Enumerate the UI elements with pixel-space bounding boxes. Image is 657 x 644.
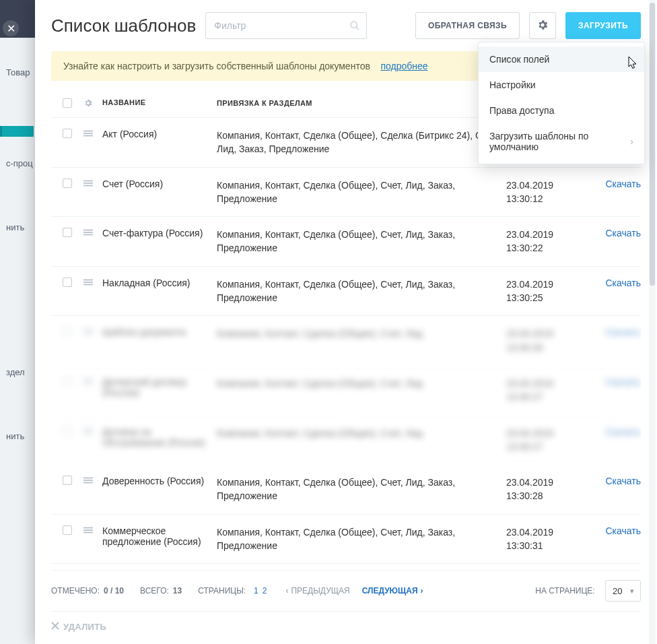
- drag-handle[interactable]: [83, 426, 102, 438]
- bg-side-item: [0, 126, 34, 137]
- bg-side-item: [0, 281, 34, 292]
- th-bind[interactable]: ПРИВЯЗКА К РАЗДЕЛАМ: [217, 98, 506, 109]
- chevron-right-icon: ›: [630, 136, 633, 147]
- drag-handle[interactable]: [83, 327, 102, 338]
- svg-rect-2: [83, 131, 93, 132]
- delete-bar: УДАЛИТЬ: [51, 611, 641, 632]
- filter-wrap: [205, 12, 367, 39]
- page-link[interactable]: 1: [254, 586, 258, 595]
- drag-icon: [83, 129, 93, 140]
- total-segment: ВСЕГО: 13: [140, 586, 182, 595]
- chevron-right-icon: ›: [421, 586, 423, 595]
- pager: ‹ ПРЕДЫДУЩАЯ СЛЕДУЮЩАЯ ›: [285, 586, 423, 595]
- dropdown-item-label: Загрузить шаблоны по умолчанию: [489, 131, 630, 152]
- gear-icon[interactable]: [83, 98, 93, 109]
- settings-dropdown: Список полейНастройкиПрава доступаЗагруз…: [478, 42, 645, 164]
- scrollbar-thumb[interactable]: [650, 3, 655, 286]
- drag-handle[interactable]: [83, 228, 102, 239]
- table-row: Доверенность (Россия)Компания, Контакт, …: [51, 465, 641, 515]
- drag-handle[interactable]: [83, 179, 102, 190]
- svg-rect-5: [83, 180, 93, 181]
- row-date: 23.04.201913:30:31: [506, 525, 587, 553]
- drag-icon: [83, 525, 93, 537]
- scrollbar[interactable]: [649, 0, 656, 644]
- drag-icon: [83, 377, 93, 388]
- row-checkbox[interactable]: [63, 179, 72, 188]
- row-date: 23.04.201913:30:26: [506, 327, 587, 354]
- row-name: Шаблон документа: [102, 327, 217, 337]
- drag-handle[interactable]: [83, 129, 102, 140]
- upload-button[interactable]: ЗАГРУЗИТЬ: [565, 12, 641, 39]
- drag-handle[interactable]: [83, 278, 102, 289]
- svg-rect-12: [83, 282, 93, 283]
- svg-rect-16: [83, 333, 93, 335]
- row-checkbox[interactable]: [63, 377, 72, 386]
- bg-side-item: [0, 254, 34, 265]
- download-link[interactable]: Скачать: [606, 525, 642, 536]
- delete-button[interactable]: УДАЛИТЬ: [51, 622, 106, 632]
- row-checkbox[interactable]: [63, 228, 72, 237]
- perpage-select[interactable]: 20: [605, 580, 641, 602]
- dropdown-item[interactable]: Права доступа: [479, 98, 644, 123]
- svg-rect-11: [83, 279, 93, 280]
- row-checkbox[interactable]: [63, 476, 72, 485]
- dropdown-item[interactable]: Загрузить шаблоны по умолчанию›: [479, 123, 644, 160]
- feedback-button[interactable]: ОБРАТНАЯ СВЯЗЬ: [415, 12, 520, 39]
- table-row: Шаблон документаКомпания, Контакт, Сделк…: [51, 316, 641, 366]
- download-link[interactable]: Скачать: [606, 228, 642, 238]
- svg-rect-3: [83, 133, 93, 134]
- drag-handle[interactable]: [83, 377, 102, 388]
- row-checkbox[interactable]: [63, 129, 72, 138]
- dropdown-item-label: Настройки: [489, 79, 536, 90]
- row-checkbox[interactable]: [63, 525, 72, 535]
- next-page[interactable]: СЛЕДУЮЩАЯ ›: [362, 586, 423, 595]
- svg-rect-20: [83, 428, 93, 429]
- row-bind: Компания, Контакт, Сделка (Общее), Счет,…: [217, 278, 506, 305]
- download-link[interactable]: Скачать: [606, 278, 642, 288]
- search-icon: [349, 20, 360, 31]
- bg-side-item: здел: [0, 362, 34, 383]
- drag-icon: [83, 476, 93, 487]
- dropdown-item[interactable]: Список полей: [479, 46, 644, 72]
- prev-page[interactable]: ‹ ПРЕДЫДУЩАЯ: [285, 586, 349, 595]
- settings-gear-button[interactable]: [529, 12, 556, 39]
- bg-side-item: [0, 308, 34, 319]
- download-link[interactable]: Скачать: [606, 377, 642, 387]
- row-date: 23.04.201913:30:22: [506, 228, 587, 255]
- filter-input[interactable]: [205, 12, 367, 39]
- row-name: Акт (Россия): [102, 129, 217, 139]
- row-checkbox[interactable]: [63, 278, 72, 287]
- templates-panel: Список шаблонов ОБРАТНАЯ СВЯЗЬ ЗАГРУЗИТЬ…: [35, 0, 657, 644]
- svg-rect-9: [83, 232, 93, 233]
- bg-side-item: [0, 399, 34, 410]
- row-checkbox[interactable]: [63, 426, 72, 436]
- table-row: Счет-фактура (Россия)Компания, Контакт, …: [51, 217, 641, 267]
- drag-handle[interactable]: [83, 525, 102, 537]
- drag-icon: [83, 179, 93, 190]
- svg-rect-17: [83, 379, 93, 380]
- row-name: Коммерческое предложение (Россия): [102, 525, 217, 547]
- page-link[interactable]: 2: [263, 586, 267, 595]
- row-name: Дилерский договор (Россия): [102, 377, 217, 398]
- download-link[interactable]: Скачать: [606, 327, 642, 337]
- svg-rect-25: [83, 482, 93, 484]
- svg-point-0: [351, 22, 357, 28]
- marked-label: ОТМЕЧЕНО:: [51, 586, 100, 595]
- svg-rect-18: [83, 381, 93, 382]
- download-link[interactable]: Скачать: [606, 179, 642, 189]
- table-row: Договор на обслуживание (Россия)Компания…: [51, 416, 641, 465]
- drag-handle[interactable]: [83, 476, 102, 487]
- bg-side-item: нить: [0, 426, 34, 447]
- download-link[interactable]: Скачать: [606, 476, 642, 486]
- dropdown-item[interactable]: Настройки: [479, 72, 644, 98]
- banner-link[interactable]: подробнее: [380, 61, 427, 71]
- th-name[interactable]: НАЗВАНИЕ: [102, 98, 217, 106]
- table-row: Дилерский договор (Россия)Компания, Конт…: [51, 366, 641, 416]
- row-checkbox[interactable]: [63, 327, 72, 336]
- drag-icon: [83, 426, 93, 438]
- svg-rect-21: [83, 430, 93, 432]
- select-all-checkbox[interactable]: [63, 98, 72, 108]
- close-button[interactable]: ✕: [3, 20, 19, 36]
- download-link[interactable]: Скачать: [606, 426, 642, 437]
- row-date: 23.04.201913:30:28: [506, 476, 587, 503]
